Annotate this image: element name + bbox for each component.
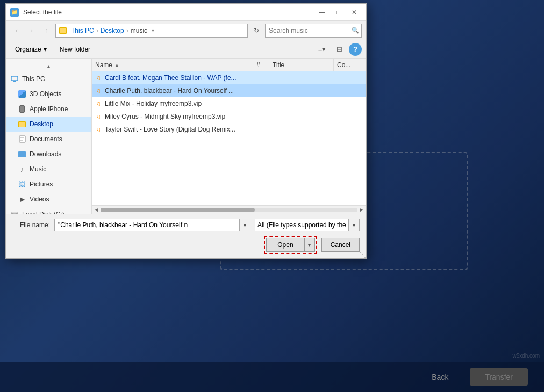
documents-icon xyxy=(18,135,26,143)
sidebar-item-music[interactable]: ♪ Music xyxy=(6,162,91,177)
disk-c-icon xyxy=(10,210,19,214)
sidebar-label-pictures: Pictures xyxy=(30,180,53,188)
svg-rect-0 xyxy=(11,76,18,81)
filename-input[interactable] xyxy=(54,219,240,231)
sidebar: ▲ This PC 3D Objects xyxy=(6,59,92,214)
sidebar-item-desktop[interactable]: Desktop xyxy=(6,117,91,132)
folder-icon xyxy=(59,27,67,34)
file-dialog: 📁 Select the file — □ ✕ ‹ › ↑ This PC › … xyxy=(5,3,367,259)
sidebar-item-downloads[interactable]: Downloads xyxy=(6,147,91,162)
file-item-4[interactable]: ♫ Miley Cyrus - Midnight Sky myfreemp3.v… xyxy=(92,110,366,123)
breadcrumb-desktop[interactable]: Desktop xyxy=(101,27,124,34)
svg-rect-3 xyxy=(19,136,25,142)
music-file-icon-4: ♫ xyxy=(94,112,103,121)
videos-icon: ▶ xyxy=(18,195,26,204)
svg-point-8 xyxy=(11,212,18,214)
dialog-toolbar: ‹ › ↑ This PC › Desktop › music ▾ ↻ 🔍 xyxy=(6,21,366,40)
filetype-dropdown-button[interactable]: ▾ xyxy=(349,219,360,231)
sort-arrow-icon: ▲ xyxy=(114,62,119,68)
hscroll-right-button[interactable]: ► xyxy=(357,206,366,214)
iphone-icon xyxy=(18,105,26,113)
sidebar-label-videos: Videos xyxy=(30,195,49,203)
sidebar-item-documents[interactable]: Documents xyxy=(6,132,91,147)
sidebar-label-3d-objects: 3D Objects xyxy=(30,90,61,98)
sidebar-item-this-pc[interactable]: This PC xyxy=(6,71,91,86)
cancel-button[interactable]: Cancel xyxy=(321,238,360,252)
search-input[interactable] xyxy=(269,27,349,34)
view-options-button[interactable]: ≡▾ xyxy=(314,43,330,56)
dialog-titlebar: 📁 Select the file — □ ✕ xyxy=(6,4,366,21)
maximize-button[interactable]: □ xyxy=(331,6,346,18)
col-header-contributing[interactable]: Co... xyxy=(334,59,366,71)
file-name-2: Charlie Puth, blackbear - Hard On Yourse… xyxy=(105,87,251,95)
minimize-button[interactable]: — xyxy=(314,6,330,18)
organize-dropdown-icon: ▾ xyxy=(44,46,47,53)
forward-nav-button[interactable]: › xyxy=(25,24,38,37)
sidebar-label-downloads: Downloads xyxy=(30,150,61,158)
open-button[interactable]: Open xyxy=(266,238,304,252)
close-button[interactable]: ✕ xyxy=(347,6,362,18)
resize-grip[interactable]: ⋱ xyxy=(359,251,366,258)
pictures-icon: 🖼 xyxy=(18,180,26,188)
breadcrumb-thispc[interactable]: This PC xyxy=(71,27,94,34)
sidebar-label-desktop: Desktop xyxy=(30,120,53,128)
col-header-hash[interactable]: # xyxy=(253,59,269,71)
file-item-2[interactable]: ♫ Charlie Puth, blackbear - Hard On Your… xyxy=(92,84,366,97)
3d-objects-icon xyxy=(18,90,26,98)
hscroll-left-button[interactable]: ◄ xyxy=(92,206,101,214)
desktop-folder-icon xyxy=(18,120,26,128)
filetype-select[interactable]: All (File types supported by the xyxy=(255,219,349,231)
filename-dropdown-button[interactable]: ▾ xyxy=(240,219,250,231)
sidebar-label-music: Music xyxy=(30,165,46,173)
dialog-controls: — □ ✕ xyxy=(314,6,362,18)
sidebar-item-local-disk-c[interactable]: Local Disk (C:) xyxy=(6,207,91,214)
sidebar-item-videos[interactable]: ▶ Videos xyxy=(6,192,91,207)
music-file-icon-3: ♫ xyxy=(94,99,103,108)
music-file-icon-2: ♫ xyxy=(94,86,103,95)
file-name-1: Cardi B feat. Megan Thee Stallion - WAP … xyxy=(105,74,251,82)
music-file-icon-5: ♫ xyxy=(94,125,103,134)
file-item-1[interactable]: ♫ Cardi B feat. Megan Thee Stallion - WA… xyxy=(92,71,366,84)
col-header-title[interactable]: Title xyxy=(269,59,334,71)
file-item-3[interactable]: ♫ Little Mix - Holiday myfreemp3.vip xyxy=(92,97,366,110)
downloads-icon xyxy=(18,150,26,158)
hscroll-thumb xyxy=(101,208,255,212)
sidebar-item-pictures[interactable]: 🖼 Pictures xyxy=(6,177,91,192)
open-dropdown-button[interactable]: ▾ xyxy=(304,238,315,252)
breadcrumb-music[interactable]: music xyxy=(131,27,147,34)
sidebar-label-this-pc: This PC xyxy=(22,75,45,83)
sidebar-scroll-up[interactable]: ▲ xyxy=(6,61,91,71)
pane-button[interactable]: ⊟ xyxy=(332,43,347,56)
sidebar-label-documents: Documents xyxy=(30,135,62,143)
new-folder-button[interactable]: New folder xyxy=(55,43,95,56)
dialog-title-left: 📁 Select the file xyxy=(10,8,62,17)
music-file-icon-1: ♫ xyxy=(94,74,103,82)
help-button[interactable]: ? xyxy=(349,43,362,56)
column-header: Name ▲ # Title Co... xyxy=(92,59,366,71)
refresh-button[interactable]: ↻ xyxy=(250,24,263,37)
file-list: ♫ Cardi B feat. Megan Thee Stallion - WA… xyxy=(92,71,366,205)
filename-input-wrap: ▾ xyxy=(54,219,250,231)
dialog-title-text: Select the file xyxy=(23,9,62,16)
file-name-4: Miley Cyrus - Midnight Sky myfreemp3.vip xyxy=(105,113,251,120)
open-btn-wrap: Open ▾ xyxy=(264,236,317,254)
file-area: Name ▲ # Title Co... ♫ Cardi B feat. Meg… xyxy=(92,59,366,214)
col-contributing-label: Co... xyxy=(337,61,350,69)
hscroll-track[interactable] xyxy=(101,208,357,212)
search-button[interactable]: 🔍 xyxy=(352,27,359,34)
buttons-row: Open ▾ Cancel xyxy=(12,236,360,254)
col-title-label: Title xyxy=(273,61,284,69)
organize-button[interactable]: Organize ▾ xyxy=(10,43,52,56)
col-header-name[interactable]: Name ▲ xyxy=(92,59,253,71)
svg-rect-1 xyxy=(13,81,16,82)
sidebar-item-3d-objects[interactable]: 3D Objects xyxy=(6,86,91,101)
breadcrumb-dropdown-icon[interactable]: ▾ xyxy=(152,27,154,33)
back-nav-button[interactable]: ‹ xyxy=(10,24,23,37)
organize-toolbar: Organize ▾ New folder ≡▾ ⊟ ? xyxy=(6,40,366,59)
svg-rect-2 xyxy=(12,82,17,82)
sidebar-item-apple-iphone[interactable]: Apple iPhone xyxy=(6,101,91,117)
file-item-5[interactable]: ♫ Taylor Swift - Love Story (Digital Dog… xyxy=(92,123,366,136)
up-nav-button[interactable]: ↑ xyxy=(40,24,53,37)
search-box: 🔍 xyxy=(265,24,362,38)
col-hash-label: # xyxy=(256,61,260,69)
